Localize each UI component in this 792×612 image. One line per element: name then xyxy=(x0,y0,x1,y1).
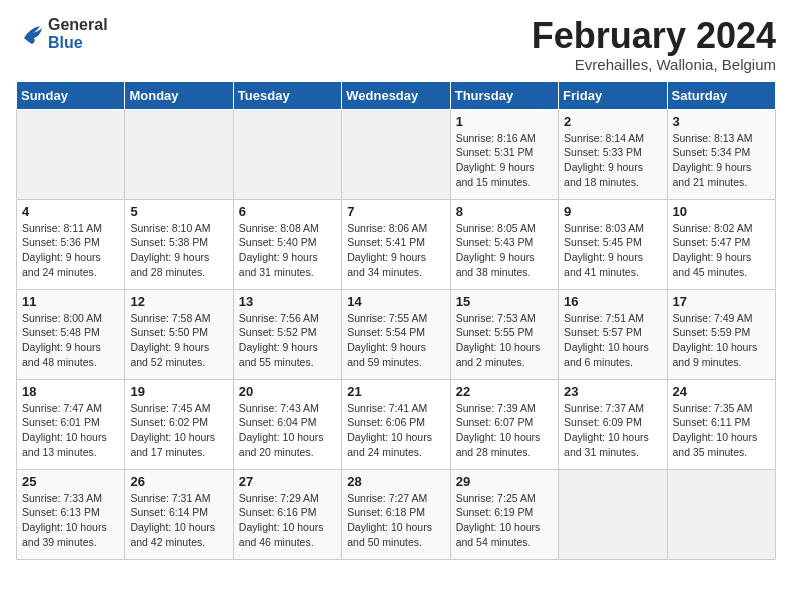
day-number: 23 xyxy=(564,384,661,399)
day-info: Sunrise: 8:08 AM Sunset: 5:40 PM Dayligh… xyxy=(239,221,336,280)
day-number: 26 xyxy=(130,474,227,489)
week-row-2: 4Sunrise: 8:11 AM Sunset: 5:36 PM Daylig… xyxy=(17,199,776,289)
week-row-4: 18Sunrise: 7:47 AM Sunset: 6:01 PM Dayli… xyxy=(17,379,776,469)
calendar-cell: 3Sunrise: 8:13 AM Sunset: 5:34 PM Daylig… xyxy=(667,109,775,199)
calendar-table: Sunday Monday Tuesday Wednesday Thursday… xyxy=(16,81,776,560)
day-number: 6 xyxy=(239,204,336,219)
calendar-cell: 10Sunrise: 8:02 AM Sunset: 5:47 PM Dayli… xyxy=(667,199,775,289)
week-row-3: 11Sunrise: 8:00 AM Sunset: 5:48 PM Dayli… xyxy=(17,289,776,379)
day-number: 8 xyxy=(456,204,553,219)
day-info: Sunrise: 8:10 AM Sunset: 5:38 PM Dayligh… xyxy=(130,221,227,280)
logo: General Blue xyxy=(16,16,108,52)
day-info: Sunrise: 7:33 AM Sunset: 6:13 PM Dayligh… xyxy=(22,491,119,550)
week-row-1: 1Sunrise: 8:16 AM Sunset: 5:31 PM Daylig… xyxy=(17,109,776,199)
calendar-cell: 16Sunrise: 7:51 AM Sunset: 5:57 PM Dayli… xyxy=(559,289,667,379)
title-block: February 2024 Evrehailles, Wallonia, Bel… xyxy=(532,16,776,73)
day-info: Sunrise: 7:41 AM Sunset: 6:06 PM Dayligh… xyxy=(347,401,444,460)
col-saturday: Saturday xyxy=(667,81,775,109)
day-info: Sunrise: 7:55 AM Sunset: 5:54 PM Dayligh… xyxy=(347,311,444,370)
day-info: Sunrise: 8:11 AM Sunset: 5:36 PM Dayligh… xyxy=(22,221,119,280)
col-tuesday: Tuesday xyxy=(233,81,341,109)
day-info: Sunrise: 8:03 AM Sunset: 5:45 PM Dayligh… xyxy=(564,221,661,280)
col-monday: Monday xyxy=(125,81,233,109)
col-friday: Friday xyxy=(559,81,667,109)
calendar-cell: 25Sunrise: 7:33 AM Sunset: 6:13 PM Dayli… xyxy=(17,469,125,559)
day-number: 11 xyxy=(22,294,119,309)
day-number: 16 xyxy=(564,294,661,309)
day-number: 21 xyxy=(347,384,444,399)
calendar-cell: 14Sunrise: 7:55 AM Sunset: 5:54 PM Dayli… xyxy=(342,289,450,379)
day-number: 18 xyxy=(22,384,119,399)
day-info: Sunrise: 7:31 AM Sunset: 6:14 PM Dayligh… xyxy=(130,491,227,550)
logo-text: General Blue xyxy=(48,16,108,52)
day-number: 12 xyxy=(130,294,227,309)
day-info: Sunrise: 7:45 AM Sunset: 6:02 PM Dayligh… xyxy=(130,401,227,460)
calendar-cell: 4Sunrise: 8:11 AM Sunset: 5:36 PM Daylig… xyxy=(17,199,125,289)
day-number: 17 xyxy=(673,294,770,309)
day-info: Sunrise: 7:39 AM Sunset: 6:07 PM Dayligh… xyxy=(456,401,553,460)
calendar-cell: 17Sunrise: 7:49 AM Sunset: 5:59 PM Dayli… xyxy=(667,289,775,379)
calendar-cell: 12Sunrise: 7:58 AM Sunset: 5:50 PM Dayli… xyxy=(125,289,233,379)
calendar-cell: 8Sunrise: 8:05 AM Sunset: 5:43 PM Daylig… xyxy=(450,199,558,289)
calendar-cell: 15Sunrise: 7:53 AM Sunset: 5:55 PM Dayli… xyxy=(450,289,558,379)
day-number: 10 xyxy=(673,204,770,219)
day-info: Sunrise: 7:51 AM Sunset: 5:57 PM Dayligh… xyxy=(564,311,661,370)
calendar-cell xyxy=(17,109,125,199)
calendar-cell: 29Sunrise: 7:25 AM Sunset: 6:19 PM Dayli… xyxy=(450,469,558,559)
day-number: 19 xyxy=(130,384,227,399)
day-info: Sunrise: 7:35 AM Sunset: 6:11 PM Dayligh… xyxy=(673,401,770,460)
day-info: Sunrise: 8:02 AM Sunset: 5:47 PM Dayligh… xyxy=(673,221,770,280)
page-header: General Blue February 2024 Evrehailles, … xyxy=(16,16,776,73)
calendar-cell xyxy=(233,109,341,199)
day-number: 20 xyxy=(239,384,336,399)
calendar-header: Sunday Monday Tuesday Wednesday Thursday… xyxy=(17,81,776,109)
day-number: 15 xyxy=(456,294,553,309)
day-info: Sunrise: 8:06 AM Sunset: 5:41 PM Dayligh… xyxy=(347,221,444,280)
calendar-cell: 23Sunrise: 7:37 AM Sunset: 6:09 PM Dayli… xyxy=(559,379,667,469)
day-info: Sunrise: 8:05 AM Sunset: 5:43 PM Dayligh… xyxy=(456,221,553,280)
header-row: Sunday Monday Tuesday Wednesday Thursday… xyxy=(17,81,776,109)
calendar-cell: 21Sunrise: 7:41 AM Sunset: 6:06 PM Dayli… xyxy=(342,379,450,469)
calendar-cell xyxy=(342,109,450,199)
day-number: 24 xyxy=(673,384,770,399)
day-info: Sunrise: 7:27 AM Sunset: 6:18 PM Dayligh… xyxy=(347,491,444,550)
day-number: 1 xyxy=(456,114,553,129)
day-info: Sunrise: 7:58 AM Sunset: 5:50 PM Dayligh… xyxy=(130,311,227,370)
logo-icon xyxy=(16,20,44,48)
calendar-cell: 13Sunrise: 7:56 AM Sunset: 5:52 PM Dayli… xyxy=(233,289,341,379)
day-number: 4 xyxy=(22,204,119,219)
day-number: 14 xyxy=(347,294,444,309)
day-info: Sunrise: 7:37 AM Sunset: 6:09 PM Dayligh… xyxy=(564,401,661,460)
day-info: Sunrise: 8:00 AM Sunset: 5:48 PM Dayligh… xyxy=(22,311,119,370)
col-sunday: Sunday xyxy=(17,81,125,109)
calendar-cell: 20Sunrise: 7:43 AM Sunset: 6:04 PM Dayli… xyxy=(233,379,341,469)
day-number: 29 xyxy=(456,474,553,489)
calendar-cell: 26Sunrise: 7:31 AM Sunset: 6:14 PM Dayli… xyxy=(125,469,233,559)
calendar-cell: 7Sunrise: 8:06 AM Sunset: 5:41 PM Daylig… xyxy=(342,199,450,289)
calendar-body: 1Sunrise: 8:16 AM Sunset: 5:31 PM Daylig… xyxy=(17,109,776,559)
calendar-cell xyxy=(667,469,775,559)
calendar-cell: 9Sunrise: 8:03 AM Sunset: 5:45 PM Daylig… xyxy=(559,199,667,289)
page-title: February 2024 xyxy=(532,16,776,56)
day-info: Sunrise: 7:25 AM Sunset: 6:19 PM Dayligh… xyxy=(456,491,553,550)
week-row-5: 25Sunrise: 7:33 AM Sunset: 6:13 PM Dayli… xyxy=(17,469,776,559)
calendar-cell: 11Sunrise: 8:00 AM Sunset: 5:48 PM Dayli… xyxy=(17,289,125,379)
day-info: Sunrise: 7:29 AM Sunset: 6:16 PM Dayligh… xyxy=(239,491,336,550)
calendar-cell: 27Sunrise: 7:29 AM Sunset: 6:16 PM Dayli… xyxy=(233,469,341,559)
page-subtitle: Evrehailles, Wallonia, Belgium xyxy=(532,56,776,73)
day-number: 22 xyxy=(456,384,553,399)
calendar-cell: 28Sunrise: 7:27 AM Sunset: 6:18 PM Dayli… xyxy=(342,469,450,559)
day-info: Sunrise: 7:43 AM Sunset: 6:04 PM Dayligh… xyxy=(239,401,336,460)
day-number: 25 xyxy=(22,474,119,489)
day-number: 27 xyxy=(239,474,336,489)
calendar-cell: 18Sunrise: 7:47 AM Sunset: 6:01 PM Dayli… xyxy=(17,379,125,469)
day-number: 28 xyxy=(347,474,444,489)
day-info: Sunrise: 7:47 AM Sunset: 6:01 PM Dayligh… xyxy=(22,401,119,460)
day-info: Sunrise: 8:14 AM Sunset: 5:33 PM Dayligh… xyxy=(564,131,661,190)
calendar-cell xyxy=(125,109,233,199)
day-number: 13 xyxy=(239,294,336,309)
day-number: 5 xyxy=(130,204,227,219)
calendar-cell: 5Sunrise: 8:10 AM Sunset: 5:38 PM Daylig… xyxy=(125,199,233,289)
day-info: Sunrise: 7:56 AM Sunset: 5:52 PM Dayligh… xyxy=(239,311,336,370)
day-number: 3 xyxy=(673,114,770,129)
